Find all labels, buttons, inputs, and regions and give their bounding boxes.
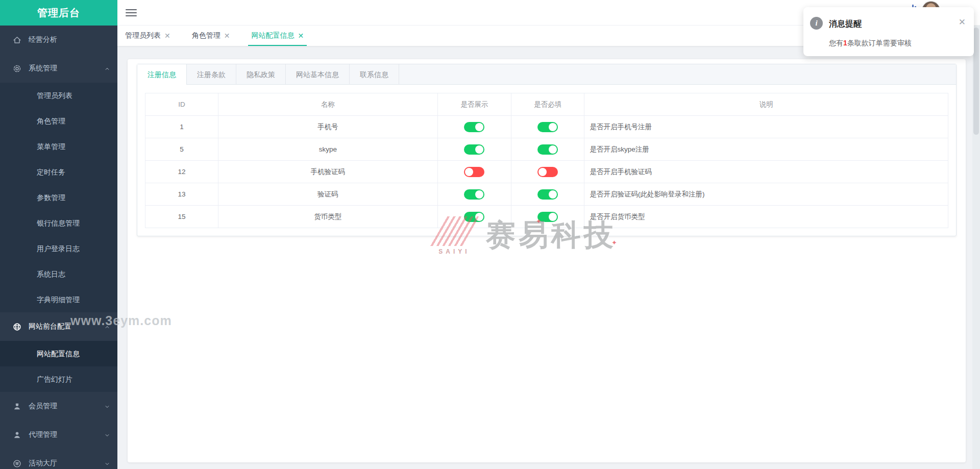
- notification-text-suffix: 条取款订单需要审核: [847, 39, 912, 47]
- notification-title: 消息提醒: [829, 19, 862, 30]
- toggle-show[interactable]: [464, 189, 484, 200]
- sidebar-subitem[interactable]: 用户登录日志: [0, 236, 117, 261]
- toggle-required[interactable]: [537, 212, 558, 222]
- sidebar-subitem[interactable]: 字典明细管理: [0, 287, 117, 312]
- toggle-show[interactable]: [464, 212, 484, 222]
- config-tab[interactable]: 网站基本信息: [286, 64, 350, 85]
- config-table: ID名称是否展示是否必填说明 1手机号是否开启手机号注册5skype是否开启sk…: [145, 93, 948, 228]
- home-icon: [12, 35, 21, 44]
- table-row: 15货币类型是否开启货币类型: [145, 206, 948, 228]
- sidebar-item-4[interactable]: 代理管理: [0, 421, 117, 449]
- cell-desc: 是否开启skype注册: [584, 138, 948, 161]
- page-tab[interactable]: 管理员列表✕: [125, 26, 170, 46]
- page-tab[interactable]: 角色管理✕: [192, 26, 230, 46]
- column-header: 名称: [218, 93, 437, 116]
- sidebar-subitem[interactable]: 菜单管理: [0, 134, 117, 159]
- chevron-down-icon: [104, 403, 110, 409]
- cell-name: 验证码: [218, 183, 437, 206]
- cell-id: 1: [145, 116, 218, 138]
- config-tab[interactable]: 联系信息: [350, 64, 399, 85]
- info-icon: i: [810, 17, 823, 30]
- table-row: 5skype是否开启skype注册: [145, 138, 948, 161]
- config-tab[interactable]: 隐私政策: [236, 64, 286, 85]
- cell-required: [511, 206, 584, 228]
- close-icon[interactable]: ✕: [224, 32, 230, 39]
- column-header: 是否必填: [511, 93, 584, 116]
- toggle-required[interactable]: [537, 189, 558, 200]
- cell-id: 12: [145, 161, 218, 183]
- sidebar-subitem[interactable]: 角色管理: [0, 108, 117, 134]
- cell-required: [511, 161, 584, 183]
- config-tab[interactable]: 注册信息: [137, 64, 187, 85]
- content-card: 注册信息注册条款隐私政策网站基本信息联系信息 ID名称是否展示是否必填说明 1手…: [128, 59, 966, 462]
- member-icon: [12, 402, 21, 411]
- toggle-knob: [549, 190, 557, 199]
- sidebar-subitem[interactable]: 管理员列表: [0, 83, 117, 108]
- toggle-show[interactable]: [464, 144, 484, 155]
- hamburger-icon[interactable]: [126, 7, 137, 18]
- scrollbar-thumb[interactable]: [973, 28, 979, 135]
- notification-popup: i 消息提醒 ✕ 您有1条取款订单需要审核: [803, 7, 974, 56]
- sidebar-subitem[interactable]: 定时任务: [0, 159, 117, 185]
- cell-id: 15: [145, 206, 218, 228]
- cell-required: [511, 116, 584, 138]
- sidebar-menu: 经营分析系统管理管理员列表角色管理菜单管理定时任务参数管理银行信息管理用户登录日…: [0, 26, 117, 469]
- toggle-required[interactable]: [537, 167, 558, 177]
- chevron-up-icon: [104, 65, 110, 71]
- sidebar-item-label: 代理管理: [29, 430, 104, 439]
- table-row: 12手机验证码是否开启手机验证码: [145, 161, 948, 183]
- sidebar-subitem[interactable]: 网站配置信息: [0, 341, 117, 366]
- sidebar-item-1[interactable]: 系统管理: [0, 54, 117, 83]
- toggle-knob: [475, 190, 483, 199]
- sidebar-item-label: 会员管理: [29, 402, 104, 411]
- sidebar-item-2[interactable]: 网站前台配置: [0, 312, 117, 341]
- submenu: 管理员列表角色管理菜单管理定时任务参数管理银行信息管理用户登录日志系统日志字典明…: [0, 83, 117, 312]
- close-icon[interactable]: ✕: [298, 32, 304, 39]
- page-tab-label: 网站配置信息: [251, 31, 294, 40]
- sidebar-item-label: 系统管理: [29, 64, 104, 73]
- cell-id: 13: [145, 183, 218, 206]
- toggle-required[interactable]: [537, 122, 558, 132]
- sidebar: 管理后台 经营分析系统管理管理员列表角色管理菜单管理定时任务参数管理银行信息管理…: [0, 0, 117, 469]
- column-header: 说明: [584, 93, 948, 116]
- toggle-show[interactable]: [464, 167, 484, 177]
- toggle-knob: [465, 168, 473, 176]
- toggle-knob: [549, 123, 557, 131]
- config-tab[interactable]: 注册条款: [187, 64, 236, 85]
- toggle-knob: [475, 213, 483, 221]
- page-tab-label: 角色管理: [192, 31, 220, 40]
- config-tabs-header: 注册信息注册条款隐私政策网站基本信息联系信息: [137, 64, 956, 85]
- notification-message: 您有1条取款订单需要审核: [829, 39, 912, 48]
- column-header: 是否展示: [437, 93, 511, 116]
- scrollbar-track[interactable]: [972, 26, 980, 469]
- cell-name: skype: [218, 138, 437, 161]
- chevron-down-icon: [104, 460, 110, 466]
- sidebar-item-5[interactable]: 活动大厅: [0, 449, 117, 469]
- sidebar-item-3[interactable]: 会员管理: [0, 392, 117, 421]
- cell-desc: 是否开启手机号注册: [584, 116, 948, 138]
- cell-desc: 是否开启货币类型: [584, 206, 948, 228]
- cell-show: [437, 116, 511, 138]
- app-title: 管理后台: [0, 0, 117, 26]
- table-header-row: ID名称是否展示是否必填说明: [145, 93, 948, 116]
- submenu: 网站配置信息广告幻灯片: [0, 341, 117, 392]
- gear-icon: [12, 64, 21, 73]
- toggle-show[interactable]: [464, 122, 484, 132]
- sidebar-subitem[interactable]: 系统日志: [0, 261, 117, 287]
- cell-show: [437, 183, 511, 206]
- column-header: ID: [145, 93, 218, 116]
- toggle-knob: [475, 145, 483, 154]
- cell-desc: 是否开启手机验证码: [584, 161, 948, 183]
- popup-close-icon[interactable]: ✕: [959, 18, 966, 27]
- sidebar-item-0[interactable]: 经营分析: [0, 26, 117, 54]
- page-tab[interactable]: 网站配置信息✕: [251, 26, 304, 46]
- notification-count: 1: [843, 39, 847, 47]
- config-tabs-block: 注册信息注册条款隐私政策网站基本信息联系信息 ID名称是否展示是否必填说明 1手…: [137, 64, 957, 236]
- sidebar-item-label: 经营分析: [29, 35, 110, 44]
- sidebar-subitem[interactable]: 参数管理: [0, 185, 117, 210]
- cell-required: [511, 138, 584, 161]
- sidebar-subitem[interactable]: 广告幻灯片: [0, 366, 117, 392]
- toggle-required[interactable]: [537, 144, 558, 155]
- sidebar-subitem[interactable]: 银行信息管理: [0, 210, 117, 236]
- close-icon[interactable]: ✕: [164, 32, 170, 39]
